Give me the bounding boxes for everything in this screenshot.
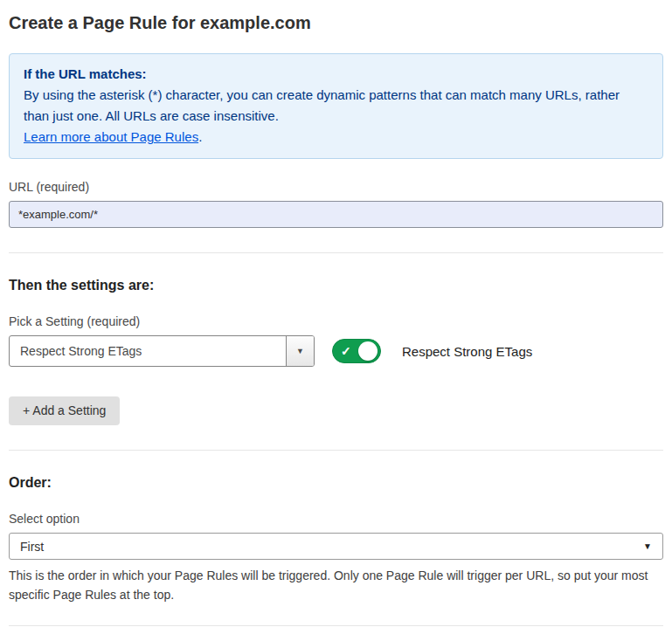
setting-select-value: Respect Strong ETags	[10, 336, 286, 366]
order-select-value: First	[20, 540, 44, 554]
order-heading: Order:	[9, 475, 663, 491]
toggle-label: Respect Strong ETags	[402, 344, 532, 359]
settings-section: Then the settings are: Pick a Setting (r…	[9, 278, 663, 425]
setting-select-open-button[interactable]: ▼	[286, 336, 314, 366]
add-setting-button[interactable]: + Add a Setting	[9, 396, 120, 425]
url-match-info-box: If the URL matches: By using the asteris…	[9, 53, 663, 159]
link-suffix: .	[198, 129, 202, 144]
pick-setting-label: Pick a Setting (required)	[9, 314, 663, 328]
check-icon: ✓	[341, 345, 351, 357]
respect-strong-etags-toggle[interactable]: ✓	[332, 339, 381, 363]
setting-row: Respect Strong ETags ▼ ✓ Respect Strong …	[9, 335, 663, 367]
url-input[interactable]	[9, 201, 663, 228]
order-select-label: Select option	[9, 512, 663, 526]
order-section: Order: Select option First ▼ This is the…	[9, 475, 663, 604]
info-box-heading: If the URL matches:	[24, 64, 648, 85]
order-help-text: This is the order in which your Page Rul…	[9, 566, 655, 604]
url-label: URL (required)	[9, 180, 663, 194]
page-title: Create a Page Rule for example.com	[9, 10, 663, 35]
setting-select[interactable]: Respect Strong ETags ▼	[9, 335, 315, 367]
order-select[interactable]: First ▼	[9, 533, 663, 560]
chevron-down-icon: ▼	[643, 542, 652, 551]
divider	[9, 625, 663, 626]
divider	[9, 450, 663, 451]
info-box-body: By using the asterisk (*) character, you…	[24, 85, 648, 127]
learn-more-link[interactable]: Learn more about Page Rules	[24, 129, 198, 144]
caret-down-icon: ▼	[296, 348, 304, 355]
info-link-line: Learn more about Page Rules.	[24, 127, 648, 148]
create-page-rule-form: Create a Page Rule for example.com If th…	[0, 0, 672, 627]
divider	[9, 252, 663, 253]
toggle-knob	[358, 341, 378, 361]
url-field: URL (required)	[9, 180, 663, 228]
settings-heading: Then the settings are:	[9, 278, 663, 293]
